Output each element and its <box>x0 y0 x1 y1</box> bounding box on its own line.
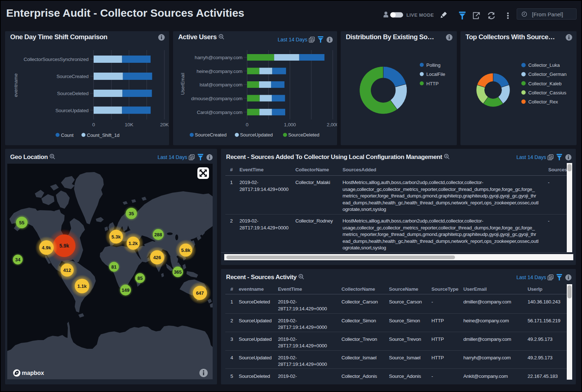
svg-text:365: 365 <box>174 269 182 275</box>
svg-text:Collector_Cassius: Collector_Cassius <box>528 90 566 95</box>
svg-text:HTTP: HTTP <box>426 81 439 86</box>
svg-text:Collector_Rex: Collector_Rex <box>528 99 558 105</box>
svg-text:5.8k: 5.8k <box>181 248 190 253</box>
svg-text:2,000: 2,000 <box>327 122 337 127</box>
svg-text:harryh@company.com: harryh@company.com <box>195 55 242 60</box>
svg-text:SourceDeleted: SourceDeleted <box>57 91 89 96</box>
svg-text:Polling: Polling <box>426 62 440 68</box>
svg-text:85: 85 <box>138 275 143 281</box>
svg-text:426: 426 <box>153 255 161 260</box>
svg-text:10K: 10K <box>125 122 134 127</box>
svg-text:dmouse@company.com: dmouse@company.com <box>191 96 242 101</box>
svg-text:34: 34 <box>15 257 21 262</box>
svg-text:Carol@company.com: Carol@company.com <box>197 110 242 115</box>
svg-text:0: 0 <box>246 122 248 127</box>
svg-text:647: 647 <box>196 290 204 296</box>
svg-text:CollectorSourcesSynchronized: CollectorSourcesSynchronized <box>24 57 89 62</box>
svg-text:lstaf@company.com: lstaf@company.com <box>200 82 242 87</box>
svg-text:SourceUpdated: SourceUpdated <box>240 132 272 138</box>
svg-text:412: 412 <box>63 268 71 273</box>
svg-text:1.2k: 1.2k <box>128 241 138 246</box>
svg-text:4.9k: 4.9k <box>42 245 51 250</box>
svg-text:SourceCreated: SourceCreated <box>57 74 89 79</box>
svg-text:0: 0 <box>92 122 95 127</box>
svg-text:LocalFile: LocalFile <box>426 72 445 77</box>
svg-text:Collector_Kaleb: Collector_Kaleb <box>528 81 562 86</box>
svg-text:eventname: eventname <box>13 74 19 97</box>
svg-text:Count: Count <box>61 132 74 138</box>
svg-text:55: 55 <box>19 220 24 225</box>
svg-text:Count_Shift_1d: Count_Shift_1d <box>87 132 120 138</box>
svg-text:SourceUpdated: SourceUpdated <box>56 108 89 113</box>
svg-text:UserEmail: UserEmail <box>180 73 185 95</box>
svg-text:SourceCreated: SourceCreated <box>195 132 226 138</box>
svg-text:81: 81 <box>111 264 116 270</box>
svg-text:mapbox: mapbox <box>22 370 44 376</box>
svg-text:SourceDeleted: SourceDeleted <box>288 132 319 138</box>
svg-text:LIVE MODE: LIVE MODE <box>406 12 434 18</box>
svg-text:20K: 20K <box>160 122 169 127</box>
svg-text:1,000: 1,000 <box>284 122 296 127</box>
svg-text:5.9k: 5.9k <box>59 243 69 249</box>
svg-text:5.3k: 5.3k <box>111 234 121 240</box>
svg-text:149: 149 <box>122 287 130 293</box>
svg-text:1.1k: 1.1k <box>77 283 87 289</box>
svg-text:heine@company.com: heine@company.com <box>197 69 242 74</box>
svg-text:288: 288 <box>154 232 162 237</box>
svg-text:Collector_Luka: Collector_Luka <box>528 62 560 68</box>
svg-text:Collector_German: Collector_German <box>528 72 567 77</box>
svg-text:35: 35 <box>129 211 134 216</box>
